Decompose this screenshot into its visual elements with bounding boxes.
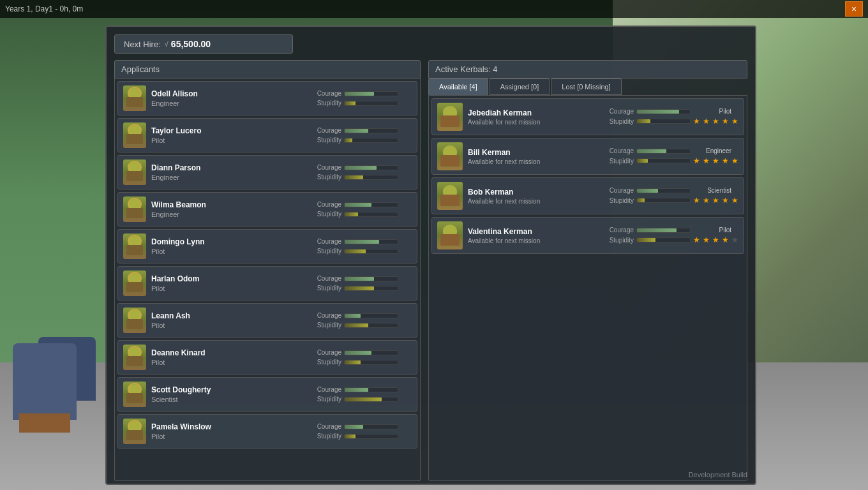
tab-1[interactable]: Assigned [0] (490, 78, 550, 95)
stats-block: Courage Stupidity (310, 164, 412, 181)
kerbal-stupidity-bar-bg (636, 158, 691, 163)
applicant-card[interactable]: Domingo Lynn Pilot Courage Stupidity (117, 229, 417, 264)
courage-row: Courage (310, 386, 412, 393)
kerbal-courage-row: Courage Engineer (602, 147, 738, 154)
stupidity-label: Stupidity (310, 248, 341, 255)
kerbal-courage-bar-fill (637, 228, 677, 232)
applicant-card[interactable]: Harlan Odom Pilot Courage Stupidity (117, 266, 417, 301)
next-hire-value: 65,500.00 (171, 39, 211, 49)
stats-block: Courage Stupidity (310, 275, 412, 292)
kerbal-card-info: Bill Kerman Available for next mission (468, 148, 597, 165)
courage-row: Courage (310, 164, 412, 171)
courage-row: Courage (310, 312, 412, 319)
kerbal-name: Jebediah Kerman (468, 108, 597, 117)
applicant-name: Taylor Lucero (151, 126, 304, 135)
applicant-card[interactable]: Scott Dougherty Scientist Courage Stupid… (117, 377, 417, 412)
stupidity-label: Stupidity (310, 433, 341, 440)
applicant-role: Engineer (151, 100, 304, 107)
courage-bar-bg (344, 202, 398, 207)
stupidity-bar-bg (344, 323, 398, 328)
kerbal-card: Jebediah Kerman Available for next missi… (431, 98, 744, 135)
stupidity-bar-fill (345, 323, 368, 327)
kerbal-avatar (123, 85, 146, 111)
next-hire-bar: Next Hire: √ 65,500.00 (114, 34, 293, 54)
applicant-card[interactable]: Pamela Winslow Pilot Courage Stupidity (117, 414, 417, 449)
applicant-card[interactable]: Leann Ash Pilot Courage Stupidity (117, 303, 417, 338)
courage-label: Courage (310, 238, 341, 245)
applicant-role: Pilot (151, 285, 304, 292)
active-kerbal-avatar (437, 221, 463, 249)
close-button[interactable]: × (845, 1, 863, 17)
stupidity-label: Stupidity (310, 100, 341, 107)
applicant-info: Pamela Winslow Pilot (151, 422, 304, 440)
kerbal-stats: Courage Scientist Stupidity ★★★★★ (602, 187, 738, 205)
applicant-card[interactable]: Deanne Kinard Pilot Courage Stupidity (117, 340, 417, 375)
stupidity-label: Stupidity (310, 211, 341, 218)
courage-bar-bg (344, 313, 398, 318)
applicant-name: Diann Parson (151, 163, 304, 172)
kerbal-helmet (128, 87, 142, 100)
active-kerbal-avatar (437, 182, 463, 210)
kerbal-card: Bob Kerman Available for next mission Co… (431, 177, 744, 214)
stupidity-label: Stupidity (310, 359, 341, 366)
kerbal-helmet (128, 420, 142, 433)
applicant-name: Domingo Lynn (151, 237, 304, 246)
courage-bar-bg (344, 239, 398, 244)
star-icon: ★ (731, 235, 738, 244)
courage-bar-fill (345, 425, 363, 429)
kerbal-stupidity-label: Stupidity (602, 118, 634, 125)
applicant-role: Pilot (151, 248, 304, 255)
applicant-name: Leann Ash (151, 311, 304, 320)
kerbals-list[interactable]: Jebediah Kerman Available for next missi… (428, 95, 747, 481)
applicant-role: Pilot (151, 137, 304, 144)
courage-bar-bg (344, 165, 398, 170)
stupidity-bar-fill (345, 101, 355, 105)
stupidity-row: Stupidity (310, 100, 412, 107)
stupidity-bar-fill (345, 138, 352, 142)
kerbal-stupidity-bar-fill (637, 198, 645, 202)
kerbal-stupidity-row: Stupidity ★★★★★ (602, 196, 738, 205)
kerbal-role: Pilot (693, 226, 731, 234)
kerbal-name: Valentina Kerman (468, 227, 597, 236)
stats-block: Courage Stupidity (310, 201, 412, 218)
applicant-info: Scott Dougherty Scientist (151, 385, 304, 403)
applicant-card[interactable]: Diann Parson Engineer Courage Stupidity (117, 155, 417, 189)
applicant-card[interactable]: Taylor Lucero Pilot Courage Stupidity (117, 118, 417, 152)
kerbal-stupidity-bar-bg (636, 119, 691, 124)
kerbal-courage-bar-fill (637, 149, 666, 153)
star-icon: ★ (722, 235, 729, 244)
kerbal-helmet (128, 272, 142, 285)
courage-row: Courage (310, 349, 412, 356)
applicant-card[interactable]: Odell Allison Engineer Courage Stupidity (117, 81, 417, 115)
applicant-role: Engineer (151, 211, 304, 218)
stupidity-row: Stupidity (310, 285, 412, 292)
stupidity-bar-bg (344, 212, 398, 217)
tab-2[interactable]: Lost [0 Missing] (551, 78, 621, 95)
star-icon: ★ (693, 117, 700, 126)
applicant-name: Scott Dougherty (151, 385, 304, 394)
stupidity-row: Stupidity (310, 322, 412, 329)
courage-label: Courage (310, 127, 341, 134)
stupidity-bar-bg (344, 434, 398, 439)
tab-0[interactable]: Available [4] (428, 78, 488, 95)
kerbal-avatar (123, 271, 146, 296)
applicant-card[interactable]: Wilma Beamon Engineer Courage Stupidity (117, 192, 417, 226)
star-icon: ★ (703, 117, 710, 126)
courage-row: Courage (310, 127, 412, 134)
applicant-name: Pamela Winslow (151, 422, 304, 431)
courage-bar-bg (344, 424, 398, 429)
applicants-list[interactable]: Odell Allison Engineer Courage Stupidity… (114, 78, 421, 481)
kerbal-stupidity-bar-bg (636, 237, 691, 242)
courage-bar-fill (345, 92, 374, 96)
stars-row: ★★★★★ (693, 156, 738, 165)
kerbal-card-info: Valentina Kerman Available for next miss… (468, 227, 597, 244)
top-bar-title: Years 1, Day1 - 0h, 0m (5, 4, 83, 13)
kerbal-courage-bar-fill (637, 189, 658, 193)
kerbal-card-info: Bob Kerman Available for next mission (468, 188, 597, 205)
kerbal-stupidity-row: Stupidity ★★★★★ (602, 235, 738, 244)
kerbal-card: Bill Kerman Available for next mission C… (431, 138, 744, 175)
star-icon: ★ (731, 117, 738, 126)
applicant-info: Taylor Lucero Pilot (151, 126, 304, 144)
stupidity-row: Stupidity (310, 174, 412, 181)
kerbal-status: Available for next mission (468, 198, 597, 205)
